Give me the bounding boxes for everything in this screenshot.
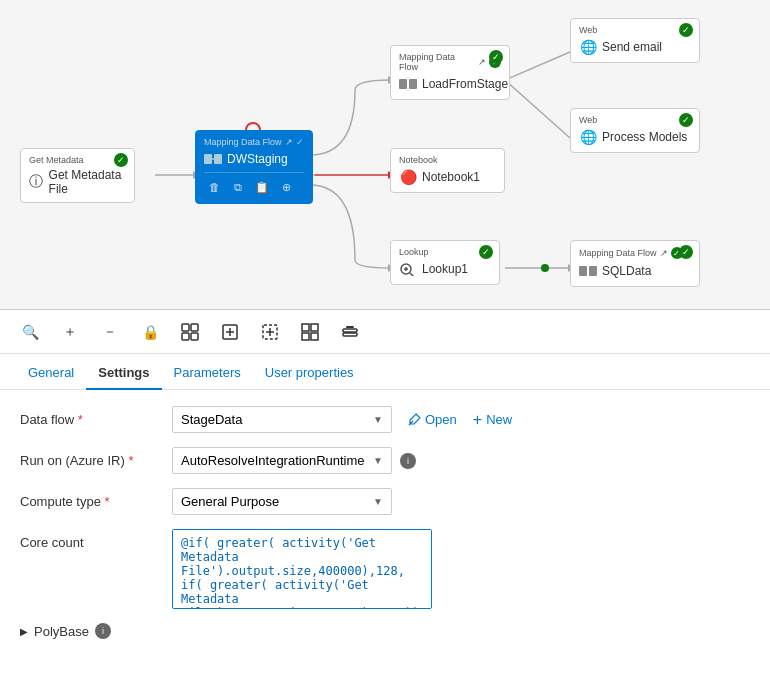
node-lookup1[interactable]: Lookup Lookup1 ✓ [390,240,500,285]
compute-type-row: Compute type * General Purpose ▼ [20,488,750,515]
core-count-row: Core count @if( greater( activity('Get M… [20,529,750,609]
required-star-3: * [105,494,110,509]
tab-parameters[interactable]: Parameters [162,357,253,390]
delete-btn[interactable]: 🗑 [204,177,224,197]
node-sql-data[interactable]: Mapping Data Flow ↗ ✓ SQLData ✓ [570,240,700,287]
svg-rect-25 [182,324,189,331]
svg-rect-23 [579,266,587,276]
lock-button[interactable]: 🔒 [136,318,164,346]
required-star-2: * [128,453,133,468]
svg-rect-18 [409,79,417,89]
run-on-dropdown[interactable]: AutoResolveIntegrationRuntime ▼ [172,447,392,474]
polybase-label: PolyBase [34,624,89,639]
node-body: 🔴 Notebook1 [399,168,496,186]
fit-view-button[interactable] [176,318,204,346]
node-get-metadata[interactable]: Get Metadata ⓘ Get Metadata File ✓ [20,148,135,203]
core-count-textarea[interactable]: @if( greater( activity('Get Metadata Fil… [172,529,432,609]
tabs-bar: General Settings Parameters User propert… [0,354,770,390]
tab-user-properties[interactable]: User properties [253,357,366,390]
node-icon: 🌐 [579,38,597,56]
svg-rect-36 [311,324,318,331]
copy-btn[interactable]: ⧉ [228,177,248,197]
node-type-label: Mapping Data Flow ↗ ✓ [579,247,691,259]
data-flow-label: Data flow * [20,412,160,427]
new-link[interactable]: + New [473,411,512,429]
required-star: * [78,412,83,427]
node-body: 🌐 Process Models [579,128,691,146]
svg-point-11 [541,264,549,272]
node-icon: 🌐 [579,128,597,146]
node-body: SQLData [579,262,691,280]
canvas-toolbar: 🔍 ＋ － 🔒 [0,310,770,354]
node-check-icon: ✓ [114,153,128,167]
node-check-icon: ✓ [679,23,693,37]
svg-rect-15 [214,154,222,164]
svg-rect-24 [589,266,597,276]
node-body: Lookup1 [399,260,491,278]
zoom-fit-button[interactable] [216,318,244,346]
svg-rect-38 [311,333,318,340]
settings-panel: Data flow * StageData ▼ Open + New Run o… [0,390,770,655]
svg-rect-40 [343,333,357,336]
node-check-icon: ✓ [489,50,503,64]
zoom-region-button[interactable] [256,318,284,346]
svg-rect-35 [302,324,309,331]
node-load-from-stage[interactable]: Mapping Data Flow ↗ ✓ LoadFromStage ✓ [390,45,510,100]
node-body: ⓘ Get Metadata File [29,168,126,196]
remove-button[interactable]: － [96,318,124,346]
polybase-row[interactable]: ▶ PolyBase i [20,623,750,639]
run-on-row: Run on (Azure IR) * AutoResolveIntegrati… [20,447,750,474]
edit-icon [408,413,421,426]
dropdown-arrow-icon: ▼ [373,414,383,425]
search-button[interactable]: 🔍 [16,318,44,346]
run-on-controls: AutoResolveIntegrationRuntime ▼ i [172,447,750,474]
data-flow-row: Data flow * StageData ▼ Open + New [20,406,750,433]
svg-rect-37 [302,333,309,340]
node-check-icon: ✓ [479,245,493,259]
open-link[interactable]: Open [408,412,457,427]
grid-button[interactable] [296,318,324,346]
node-icon: ⓘ [29,173,44,191]
node-body: DWStaging [204,150,304,168]
compute-type-dropdown[interactable]: General Purpose ▼ [172,488,392,515]
add-btn[interactable]: ⊕ [276,177,296,197]
pipeline-canvas[interactable]: Get Metadata ⓘ Get Metadata File ✓ Mappi… [0,0,770,310]
svg-rect-14 [204,154,212,164]
paste-btn[interactable]: 📋 [252,177,272,197]
polybase-info-icon[interactable]: i [95,623,111,639]
svg-line-20 [410,273,415,276]
run-on-label: Run on (Azure IR) * [20,453,160,468]
svg-rect-28 [191,333,198,340]
core-count-controls: @if( greater( activity('Get Metadata Fil… [172,529,750,609]
node-type-label: Notebook [399,155,496,165]
info-icon[interactable]: i [400,453,416,469]
node-icon: 🔴 [399,168,417,186]
svg-rect-39 [343,329,357,332]
node-type-label: Get Metadata [29,155,126,165]
node-actions: 🗑 ⧉ 📋 ⊕ [204,172,304,197]
node-check-icon: ✓ [679,245,693,259]
node-send-email[interactable]: Web 🌐 Send email ✓ [570,18,700,63]
layers-button[interactable] [336,318,364,346]
add-button[interactable]: ＋ [56,318,84,346]
dropdown-arrow-icon-3: ▼ [373,496,383,507]
data-flow-dropdown[interactable]: StageData ▼ [172,406,392,433]
dropdown-arrow-icon-2: ▼ [373,455,383,466]
svg-rect-41 [346,326,354,328]
node-notebook1[interactable]: Notebook 🔴 Notebook1 [390,148,505,193]
plus-icon: + [473,411,482,429]
node-type-label: Mapping Data Flow ↗ ✓ [399,52,501,72]
tab-settings[interactable]: Settings [86,357,161,390]
node-type-label: Mapping Data Flow ↗ ✓ [204,137,304,147]
node-process-models[interactable]: Web 🌐 Process Models ✓ [570,108,700,153]
svg-rect-17 [399,79,407,89]
node-dw-staging[interactable]: Mapping Data Flow ↗ ✓ DWStaging 🗑 ⧉ 📋 ⊕ [195,130,313,204]
tab-general[interactable]: General [16,357,86,390]
node-type-label: Web [579,25,691,35]
node-body: 🌐 Send email [579,38,691,56]
node-check-icon: ✓ [679,113,693,127]
core-count-label: Core count [20,529,160,550]
node-type-label: Lookup [399,247,491,257]
node-icon [204,150,222,168]
node-icon [399,260,417,278]
